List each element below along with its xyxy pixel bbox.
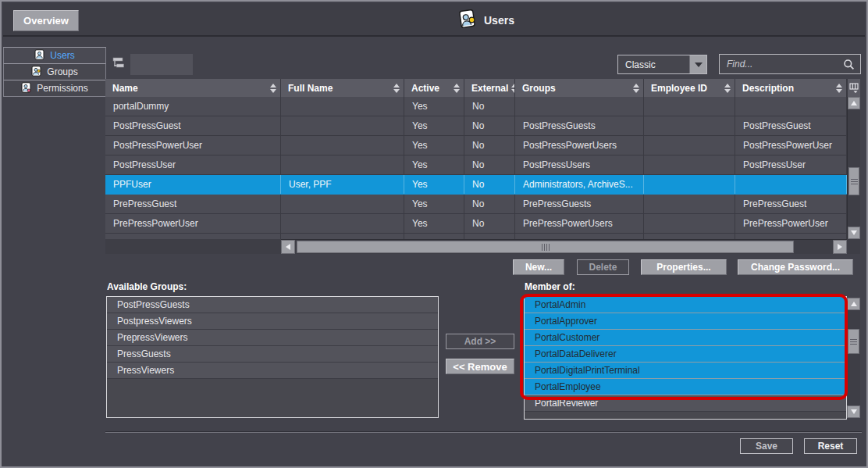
column-header-active[interactable]: Active [404,79,464,97]
table-horizontal-scrollbar[interactable] [281,239,847,254]
list-item[interactable]: PortalReviewer [525,395,846,412]
scroll-down-icon[interactable] [847,405,860,418]
list-item[interactable]: PostPressGuests [107,297,438,313]
list-item[interactable]: PortalDataDeliverer [525,346,846,363]
sort-icon[interactable] [454,84,460,93]
table-cell: Yes [404,195,464,213]
list-item[interactable]: PressGuests [107,346,438,363]
list-item[interactable]: PortalAdmin [525,297,846,313]
table-cell: PrePressPowerUser [735,214,847,233]
overview-button[interactable]: Overview [13,10,79,31]
list-item[interactable]: PortalApprover [525,313,846,330]
view-mode-value: Classic [618,59,689,70]
table-cell: No [464,195,515,213]
scrollbar-track[interactable] [847,310,860,405]
save-button[interactable]: Save [740,438,793,454]
table-cell: PPFUser [105,175,281,194]
sort-icon[interactable] [724,84,731,93]
sidebar-item-label: Groups [47,66,77,77]
scroll-down-icon[interactable] [848,227,860,239]
member-list-scrollbar[interactable] [847,298,860,418]
column-header-external[interactable]: External [464,79,515,97]
search-icon[interactable] [843,59,860,70]
change-password-button[interactable]: Change Password... [738,259,853,275]
table-cell [281,116,404,135]
sidebar-item-users[interactable]: Users [3,47,106,64]
table-cell: PrePressGuest [105,195,281,213]
sort-icon[interactable] [633,84,639,93]
table-row[interactable]: portalDummyYesNo [105,97,847,116]
table-cell: Yes [404,136,464,155]
add-button[interactable]: Add >> [446,334,514,349]
scroll-up-icon[interactable] [848,97,860,109]
table-row[interactable]: PrePressPowerUserYesNoPrePressPowerUsers… [105,214,847,234]
table-cell: No [464,97,515,116]
sort-icon[interactable] [836,84,842,93]
search-input[interactable] [720,59,843,70]
hierarchy-icon[interactable] [112,57,126,73]
list-item[interactable]: PressViewers [107,363,438,379]
scroll-right-icon[interactable] [833,240,847,254]
scrollbar-track[interactable] [848,109,860,227]
table-cell: Yes [404,116,464,135]
table-cell [644,195,735,213]
table-cell: No [464,175,515,194]
view-mode-select[interactable]: Classic [617,55,707,74]
sort-icon[interactable] [270,84,276,93]
table-row[interactable]: PrePressGuestYesNoPrePressGuestsPrePress… [105,195,847,214]
table-cell: Yes [404,214,464,233]
quick-filter-field[interactable] [130,54,193,75]
scrollbar-thumb[interactable] [297,241,794,253]
table-cell: PostPressPowerUsers [515,136,644,155]
dropdown-arrow-icon[interactable] [689,55,706,73]
table-cell: PostPressPowerUser [735,136,847,155]
users-table: Name Full Name Active External Groups Em… [105,79,860,254]
delete-button[interactable]: Delete [577,259,629,275]
table-cell: Yes [404,175,464,194]
column-header-full-name[interactable]: Full Name [281,79,404,97]
available-groups-list[interactable]: PostPressGuestsPostpressViewersPrepressV… [106,296,439,418]
list-item[interactable]: PortalDigitalPrintTerminal [525,363,846,379]
table-row[interactable]: PPFUserUser, PPFYesNoAdministrators, Arc… [105,175,847,195]
list-item[interactable]: PostpressViewers [107,313,438,330]
table-cell: PrePressGuests [515,195,644,213]
scrollbar-track[interactable] [297,240,831,254]
reset-button[interactable]: Reset [804,438,857,454]
app-window: Overview Users Users [0,0,868,468]
table-cell [281,155,404,174]
column-header-groups[interactable]: Groups [515,79,644,97]
scroll-left-icon[interactable] [281,240,295,254]
table-row[interactable]: PostPressGuestYesNoPostPressGuestsPostPr… [105,116,847,136]
table-vertical-scrollbar[interactable] [847,97,860,239]
column-header-description[interactable]: Description [735,79,847,97]
footer-divider [105,431,862,433]
table-row[interactable]: PrePressUserYesNoPrePressUsersPrePressUs… [105,234,847,239]
new-button[interactable]: New... [513,259,564,275]
scrollbar-thumb[interactable] [848,329,859,354]
sort-icon[interactable] [393,84,400,93]
table-cell [644,155,735,174]
list-item[interactable]: PortalCustomer [525,330,846,346]
properties-button[interactable]: Properties... [641,259,727,275]
find-search-box [719,54,861,74]
column-header-name[interactable]: Name [105,79,281,97]
table-cell: PostPressUser [105,155,281,174]
column-config-icon[interactable] [847,79,860,97]
scroll-up-icon[interactable] [847,298,860,310]
list-item[interactable]: PrepressViewers [107,330,438,346]
sidebar-item-groups[interactable]: Groups [3,63,106,80]
page-title: Users [484,14,514,27]
table-cell: No [464,136,515,155]
table-row[interactable]: PostPressPowerUserYesNoPostPressPowerUse… [105,136,847,155]
table-row[interactable]: PostPressUserYesNoPostPressUsersPostPres… [105,155,847,175]
table-cell [644,175,735,194]
member-of-list[interactable]: PortalAdminPortalApproverPortalCustomerP… [524,296,847,420]
remove-button[interactable]: << Remove [446,359,514,374]
column-header-label: Employee ID [651,83,707,94]
list-item[interactable]: PortalEmployee [525,379,846,395]
column-header-employee-id[interactable]: Employee ID [644,79,735,97]
table-cell: PostPressUser [735,155,847,174]
sidebar-item-permissions[interactable]: Permissions [3,80,106,97]
scrollbar-thumb[interactable] [848,167,859,195]
table-cell [644,214,735,233]
